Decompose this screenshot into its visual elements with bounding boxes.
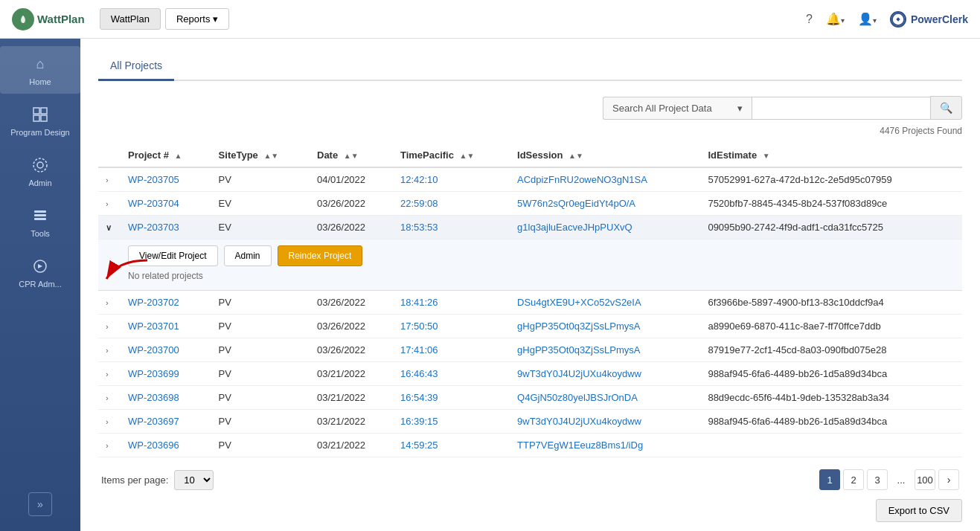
reports-nav-button[interactable]: Reports ▾ (165, 8, 229, 30)
page-100[interactable]: 100 (915, 469, 935, 490)
project-link-row-203698[interactable]: WP-203698 (128, 392, 179, 403)
time-pacific-row-203699: 16:46:43 (393, 362, 510, 386)
powercleark-icon (890, 11, 906, 28)
site-type-row-203698: PV (211, 386, 310, 410)
export-csv-button[interactable]: Export to CSV (876, 499, 962, 522)
col-project-num[interactable]: Project # ▲ (121, 144, 211, 167)
time-pacific-row-203696: 14:59:25 (393, 434, 510, 457)
logo-text: WattPlan (37, 13, 85, 25)
project-link-row-203701[interactable]: WP-203701 (128, 321, 179, 332)
page-1[interactable]: 1 (819, 469, 840, 490)
time-link-row-203701[interactable]: 17:50:50 (400, 321, 438, 332)
search-dropdown[interactable]: Search All Project Data ▾ (603, 97, 752, 120)
col-id-session[interactable]: IdSession ▲▼ (510, 144, 700, 167)
help-icon[interactable]: ? (806, 13, 813, 26)
project-num-row-203698: WP-203698 (121, 386, 211, 410)
page-2[interactable]: 2 (843, 469, 864, 490)
project-link-row-203700[interactable]: WP-203700 (128, 344, 179, 355)
col-time-pacific[interactable]: TimePacific ▲▼ (393, 144, 510, 167)
search-input[interactable] (752, 97, 930, 120)
project-link-row-203702[interactable]: WP-203702 (128, 297, 179, 308)
sidebar-item-admin[interactable]: Admin (0, 147, 80, 195)
row-expand-row-203701[interactable]: › (98, 315, 121, 338)
session-link-row-203701[interactable]: gHgPP35Ot0q3ZjSsLPmysA (517, 321, 640, 332)
site-type-row-203700: PV (211, 338, 310, 362)
sort-session-icon: ▲▼ (569, 152, 583, 160)
session-link-row-203703[interactable]: g1lq3ajluEacveJHpPUXvQ (517, 222, 632, 233)
app-logo: WattPlan (12, 8, 85, 30)
id-estimate-row-203701: a8990e69-6870-411c-8ae7-ff70ffce7ddb (700, 315, 962, 338)
sidebar-expand-button[interactable]: » (28, 492, 52, 516)
col-site-type[interactable]: SiteType ▲▼ (211, 144, 310, 167)
expanded-content: View/Edit Project Admin Reindex Project … (98, 239, 962, 290)
row-expand-row-203696[interactable]: › (98, 434, 121, 457)
project-link-row-203705[interactable]: WP-203705 (128, 174, 179, 185)
project-link-row-203699[interactable]: WP-203699 (128, 368, 179, 379)
project-num-row-203701: WP-203701 (121, 315, 211, 338)
reindex-button[interactable]: Reindex Project (278, 245, 363, 266)
project-num-row-203699: WP-203699 (121, 362, 211, 386)
page-next-arrow[interactable]: › (938, 469, 959, 490)
per-page-select[interactable]: 10 25 50 (174, 470, 214, 490)
tab-all-projects[interactable]: All Projects (98, 54, 174, 81)
id-session-row-203701: gHgPP35Ot0q3ZjSsLPmysA (510, 315, 700, 338)
session-link-row-203704[interactable]: 5W76n2sQr0egEidYt4pO/A (517, 198, 635, 209)
project-link-row-203697[interactable]: WP-203697 (128, 416, 179, 427)
time-link-row-203696[interactable]: 14:59:25 (400, 440, 438, 451)
wattplan-nav-button[interactable]: WattPlan (100, 8, 161, 30)
search-dropdown-label: Search All Project Data (612, 103, 712, 114)
time-link-row-203700[interactable]: 17:41:06 (400, 344, 438, 355)
project-link-row-203704[interactable]: WP-203704 (128, 198, 179, 209)
session-link-row-203700[interactable]: gHgPP35Ot0q3ZjSsLPmysA (517, 344, 640, 355)
admin-button[interactable]: Admin (224, 245, 272, 266)
project-link-row-203703[interactable]: WP-203703 (128, 222, 179, 233)
row-expand-row-203704[interactable]: › (98, 192, 121, 216)
time-link-row-203704[interactable]: 22:59:08 (400, 198, 438, 209)
time-link-row-203705[interactable]: 12:42:10 (400, 174, 438, 185)
session-link-row-203697[interactable]: 9wT3dY0J4U2jUXu4koydww (517, 416, 641, 427)
sidebar-item-home[interactable]: ⌂ Home (0, 46, 80, 94)
time-link-row-203697[interactable]: 16:39:15 (400, 416, 438, 427)
user-icon[interactable]: 👤▾ (858, 12, 877, 26)
sidebar-item-cpr-admin[interactable]: CPR Adm... (0, 248, 80, 296)
site-type-row-203702: PV (211, 291, 310, 315)
date-row-203705: 04/01/2022 (310, 167, 393, 192)
chevron-down-icon: ▾ (737, 103, 743, 114)
sidebar-program-design-label: Program Design (10, 128, 69, 137)
site-type-row-203696: PV (211, 434, 310, 457)
svg-rect-10 (34, 218, 46, 220)
row-expand-row-203699[interactable]: › (98, 362, 121, 386)
col-id-estimate[interactable]: IdEstimate ▼ (700, 144, 962, 167)
view-edit-button[interactable]: View/Edit Project (128, 245, 218, 266)
sidebar-item-tools[interactable]: Tools (0, 198, 80, 245)
time-link-row-203703[interactable]: 18:53:53 (400, 222, 438, 233)
id-estimate-row-203704: 7520bfb7-8845-4345-8b24-537f083d89ce (700, 192, 962, 216)
action-buttons: View/Edit Project Admin Reindex Project (128, 245, 932, 266)
bell-icon[interactable]: 🔔▾ (826, 12, 845, 26)
sort-sitetype-icon: ▲▼ (263, 152, 278, 160)
session-link-row-203702[interactable]: DSu4gtXE9U+XCo52vS2eIA (517, 297, 641, 308)
session-link-row-203696[interactable]: TTP7VEgW1Eeuz8Bms1/iDg (517, 440, 643, 451)
search-button[interactable]: 🔍 (930, 96, 962, 120)
pagination-row: Items per page: 10 25 50 1 2 3 ... 100 › (98, 469, 962, 490)
col-date[interactable]: Date ▲▼ (310, 144, 393, 167)
row-expand-row-203697[interactable]: › (98, 410, 121, 434)
session-link-row-203705[interactable]: ACdpizFnRU2oweNO3gN1SA (517, 174, 647, 185)
site-type-row-203697: PV (211, 410, 310, 434)
project-link-row-203696[interactable]: WP-203696 (128, 440, 179, 451)
sidebar-item-program-design[interactable]: Program Design (0, 97, 80, 144)
row-expand-row-203700[interactable]: › (98, 338, 121, 362)
row-expand-row-203698[interactable]: › (98, 386, 121, 410)
page-dots: ... (891, 469, 912, 490)
time-link-row-203702[interactable]: 18:41:26 (400, 297, 438, 308)
session-link-row-203698[interactable]: Q4GjN50z80yelJBSJrOnDA (517, 392, 638, 403)
sort-project-icon: ▲ (175, 152, 182, 160)
time-link-row-203698[interactable]: 16:54:39 (400, 392, 438, 403)
row-expand-row-203702[interactable]: › (98, 291, 121, 315)
row-expand-row-203703[interactable]: ∨ (98, 216, 121, 239)
session-link-row-203699[interactable]: 9wT3dY0J4U2jUXu4koydww (517, 368, 641, 379)
time-link-row-203699[interactable]: 16:46:43 (400, 368, 438, 379)
col-expand (98, 144, 121, 167)
row-expand-row-203705[interactable]: › (98, 167, 121, 192)
page-3[interactable]: 3 (867, 469, 888, 490)
